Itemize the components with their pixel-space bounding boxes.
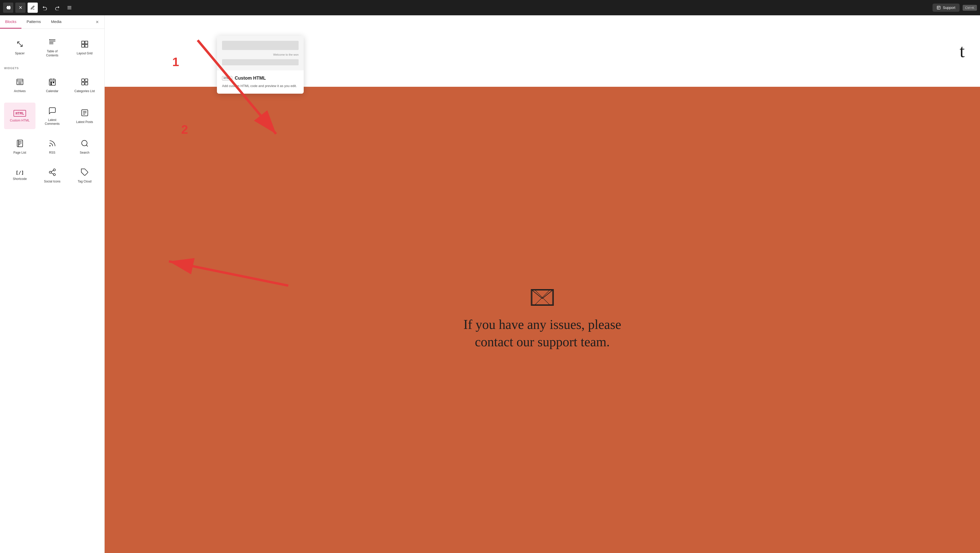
block-grid-row3: HTML Custom HTML LatestComments [4, 103, 100, 129]
redo-button[interactable] [52, 3, 62, 13]
canvas-orange-section: If you have any issues, please contact o… [105, 87, 980, 553]
envelope-icon [531, 289, 554, 306]
block-item-archives[interactable]: Archives [4, 74, 35, 97]
block-grid-row5: [/] Shortcode Social Icons [4, 164, 100, 187]
svg-line-46 [86, 145, 88, 146]
svg-rect-34 [85, 83, 88, 85]
social-icons-label: Social Icons [44, 180, 60, 184]
sidebar-close-button[interactable] [93, 18, 101, 26]
svg-rect-30 [51, 84, 52, 85]
tab-patterns[interactable]: Patterns [21, 15, 46, 29]
tag-cloud-label: Tag Cloud [78, 180, 91, 184]
calendar-label: Calendar [46, 89, 59, 94]
block-item-social-icons[interactable]: Social Icons [37, 164, 68, 187]
preview-welcome-text: Welcome to the won [222, 52, 299, 57]
close-button[interactable]: ✕ [15, 3, 25, 13]
svg-point-13 [49, 40, 49, 40]
shortcode-label: Shortcode [13, 177, 27, 181]
svg-rect-32 [85, 79, 88, 82]
block-item-latest-posts[interactable]: Latest Posts [69, 103, 100, 129]
tooltip-info: HTML Custom HTML Add custom HTML code an… [217, 70, 304, 94]
svg-rect-33 [82, 83, 84, 85]
tooltip-title-row: HTML Custom HTML [222, 76, 299, 81]
latest-posts-label: Latest Posts [76, 120, 93, 124]
categories-icon [81, 78, 89, 87]
svg-rect-17 [85, 44, 88, 47]
support-button[interactable]: Support [932, 3, 959, 12]
categories-label: Categories List [74, 89, 95, 94]
search-label: Search [80, 151, 89, 155]
block-grid-row1: Spacer Table ofContents [4, 34, 100, 60]
pen-button[interactable] [27, 3, 38, 13]
block-item-custom-html[interactable]: HTML Custom HTML [4, 103, 35, 129]
wordpress-logo[interactable] [3, 3, 13, 13]
latest-posts-icon [81, 109, 89, 118]
archives-label: Archives [14, 89, 25, 94]
svg-line-50 [51, 173, 53, 174]
svg-point-47 [53, 169, 56, 171]
widgets-section-label: WIDGETS [4, 67, 100, 70]
svg-point-49 [53, 173, 56, 176]
block-item-tag-cloud[interactable]: Tag Cloud [69, 164, 100, 187]
tab-blocks[interactable]: Blocks [0, 15, 21, 29]
rss-icon [48, 139, 56, 149]
tag-cloud-icon [81, 168, 89, 178]
block-grid-row4: Page List RSS [4, 135, 100, 158]
block-item-shortcode[interactable]: [/] Shortcode [4, 164, 35, 187]
latest-comments-icon [48, 106, 56, 116]
block-item-categories[interactable]: Categories List [69, 74, 100, 97]
page-list-icon [16, 139, 24, 149]
sidebar-panel: Blocks Patterns Media Spacer [0, 15, 105, 553]
block-item-calendar[interactable]: Calendar [37, 74, 68, 97]
undo-button[interactable] [40, 3, 50, 13]
content-area: t If you have any issues, please contact… [105, 15, 980, 553]
block-item-layout-grid[interactable]: Layout Grid [69, 34, 100, 60]
svg-rect-53 [532, 290, 552, 305]
svg-rect-16 [82, 44, 84, 47]
spacer-icon [16, 40, 24, 49]
block-item-page-list[interactable]: Page List [4, 135, 35, 158]
svg-rect-31 [82, 79, 84, 82]
block-item-latest-comments[interactable]: LatestComments [37, 103, 68, 129]
svg-line-51 [51, 170, 53, 172]
archives-icon [16, 78, 24, 87]
svg-rect-39 [17, 140, 22, 147]
block-grid-row2: Archives Calendar [4, 74, 100, 97]
html-badge: HTML [222, 76, 232, 80]
block-item-search[interactable]: Search [69, 135, 100, 158]
svg-point-45 [82, 140, 87, 146]
svg-rect-24 [49, 79, 56, 86]
svg-point-48 [49, 171, 51, 173]
block-item-rss[interactable]: RSS [37, 135, 68, 158]
calendar-icon [48, 78, 56, 87]
toc-icon [48, 38, 56, 48]
shortcode-icon: [/] [16, 170, 24, 175]
svg-rect-15 [85, 41, 88, 44]
latest-comments-label: LatestComments [45, 118, 59, 126]
tooltip-popup: Welcome to the won HTML Custom HTML Add … [217, 36, 304, 94]
tooltip-preview: Welcome to the won [217, 36, 304, 70]
svg-rect-14 [82, 41, 84, 44]
custom-html-label: Custom HTML [10, 119, 30, 123]
svg-rect-29 [53, 82, 54, 83]
layout-grid-label: Layout Grid [76, 52, 92, 56]
top-toolbar: ✕ Support Ctrl+K [0, 0, 980, 15]
block-item-spacer[interactable]: Spacer [4, 34, 35, 60]
page-list-label: Page List [13, 151, 26, 155]
svg-rect-28 [51, 82, 52, 83]
menu-button[interactable] [64, 3, 75, 13]
main-layout: Blocks Patterns Media Spacer [0, 15, 980, 553]
tab-media[interactable]: Media [46, 15, 67, 29]
layout-grid-icon [81, 40, 89, 49]
canvas-letter: t [959, 41, 965, 62]
svg-point-44 [49, 145, 50, 146]
block-item-toc[interactable]: Table ofContents [37, 34, 68, 60]
social-icons-icon [48, 168, 56, 178]
toc-label: Table ofContents [46, 49, 58, 57]
search-icon [81, 139, 89, 149]
tooltip-title: Custom HTML [235, 76, 266, 81]
sidebar-content: Spacer Table ofContents [0, 29, 104, 553]
tooltip-description: Add custom HTML code and preview it as y… [222, 83, 299, 89]
sidebar-header: Blocks Patterns Media [0, 15, 104, 29]
rss-label: RSS [49, 151, 56, 155]
